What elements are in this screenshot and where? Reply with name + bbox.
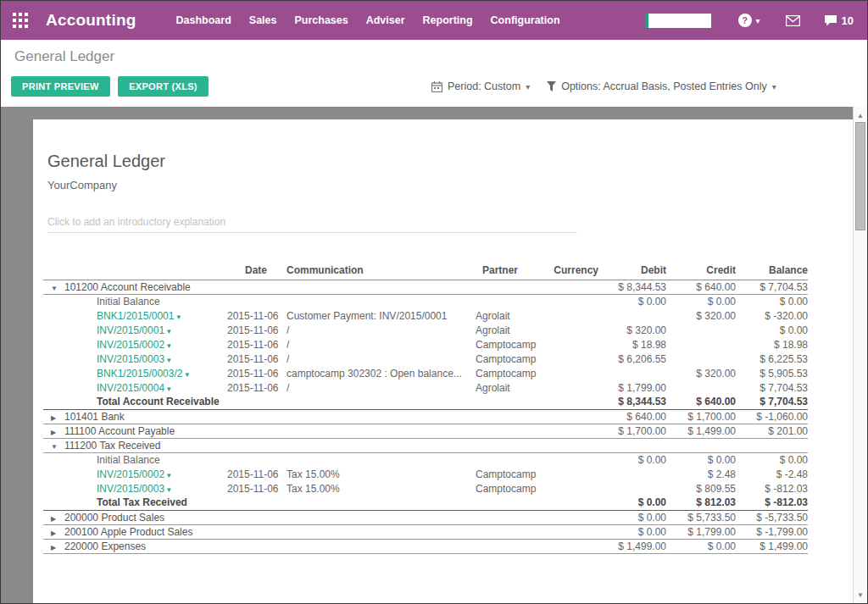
- label-cell: ▶220000 Expenses: [43, 539, 225, 553]
- scroll-up-icon[interactable]: ▲: [854, 108, 867, 122]
- partner-cell: [471, 496, 548, 510]
- journal-entry-link[interactable]: INV/2015/0002▾: [97, 468, 171, 480]
- balance-cell: $ 5,905.53: [736, 366, 808, 380]
- journal-entry-link[interactable]: INV/2015/0004▾: [97, 382, 171, 394]
- chevron-down-icon[interactable]: ▾: [167, 327, 171, 335]
- collapse-toggle-icon[interactable]: ▼: [51, 285, 64, 292]
- top-nav: Accounting Dashboard Sales Purchases Adv…: [1, 1, 867, 40]
- partner-cell: [471, 424, 548, 438]
- print-preview-button[interactable]: PRINT PREVIEW: [11, 76, 110, 97]
- journal-entry-link[interactable]: INV/2015/0002▾: [97, 339, 171, 351]
- balance-cell: $ 0.00: [736, 323, 808, 337]
- account-label: 101401 Bank: [64, 411, 125, 423]
- partner-cell: [471, 395, 548, 409]
- currency-cell: [548, 524, 598, 539]
- chevron-down-icon[interactable]: ▾: [167, 471, 171, 479]
- expand-toggle-icon[interactable]: ▶: [51, 544, 64, 551]
- discuss-menu[interactable]: 10: [824, 14, 854, 27]
- debit-cell: $ 0.00: [598, 510, 666, 524]
- account-row: ▼111200 Tax Received: [43, 438, 808, 452]
- account-row: ▼101200 Account Receivable$ 8,344.53$ 64…: [43, 280, 808, 294]
- period-filter[interactable]: Period: Custom ▾: [431, 80, 530, 92]
- journal-entry-link[interactable]: BNK1/2015/0003/2▾: [97, 368, 189, 380]
- chevron-down-icon[interactable]: ▾: [167, 485, 171, 494]
- move-row: INV/2015/0001▾2015-11-06/Agrolait$ 320.0…: [43, 323, 808, 337]
- chevron-down-icon[interactable]: ▾: [167, 356, 171, 364]
- communication-cell: [287, 395, 471, 409]
- journal-entry-link[interactable]: BNK1/2015/0001▾: [97, 310, 181, 322]
- initial-balance-label: Initial Balance: [97, 454, 160, 466]
- currency-cell: [548, 438, 598, 452]
- currency-cell: [548, 452, 598, 467]
- journal-entry-link[interactable]: INV/2015/0003▾: [97, 483, 171, 495]
- help-icon[interactable]: ?: [738, 14, 752, 27]
- report-company: YourCompany: [47, 179, 854, 191]
- menu-item-configuration[interactable]: Configuration: [491, 14, 560, 26]
- label-cell: INV/2015/0001▾: [43, 323, 225, 337]
- menu-item-purchases[interactable]: Purchases: [294, 14, 348, 26]
- label-cell: INV/2015/0003▾: [43, 481, 225, 496]
- collapse-toggle-icon[interactable]: ▼: [51, 443, 64, 451]
- partner-cell: [471, 280, 548, 294]
- credit-cell: [666, 380, 736, 395]
- label-cell: ▼101200 Account Receivable: [43, 280, 225, 294]
- menu-item-dashboard[interactable]: Dashboard: [176, 14, 231, 26]
- currency-cell: [548, 539, 598, 553]
- menu-item-reporting[interactable]: Reporting: [423, 14, 473, 26]
- user-menu[interactable]: [645, 14, 711, 28]
- report-filters: Period: Custom ▾ Options: Accrual Basis,…: [431, 80, 776, 92]
- intro-placeholder-input[interactable]: Click to add an introductory explanation: [47, 216, 577, 233]
- menu-item-sales[interactable]: Sales: [249, 14, 277, 26]
- date-cell: [225, 409, 287, 424]
- options-filter[interactable]: Options: Accrual Basis, Posted Entries O…: [547, 80, 776, 92]
- chevron-down-icon[interactable]: ▾: [167, 385, 171, 393]
- vertical-scrollbar[interactable]: ▲ ▼: [853, 107, 867, 603]
- label-cell: INV/2015/0004▾: [43, 380, 225, 395]
- apps-grid-icon[interactable]: [13, 13, 28, 28]
- filter-funnel-icon: [547, 81, 556, 91]
- options-filter-label: Options: Accrual Basis, Posted Entries O…: [561, 80, 766, 92]
- debit-cell: $ 1,700.00: [598, 424, 666, 438]
- debit-cell: $ 1,499.00: [598, 539, 666, 553]
- messages-icon[interactable]: [786, 15, 800, 26]
- balance-cell: $ -2.48: [736, 467, 808, 481]
- partner-cell: [471, 438, 548, 452]
- initial-row: Initial Balance$ 0.00$ 0.00$ 0.00: [43, 294, 808, 308]
- date-cell: 2015-11-06: [225, 323, 287, 337]
- account-label: 111100 Account Payable: [64, 425, 175, 437]
- journal-entry-link[interactable]: INV/2015/0001▾: [97, 324, 171, 336]
- chevron-down-icon[interactable]: ▾: [185, 370, 189, 379]
- scrollbar-thumb[interactable]: [855, 122, 865, 230]
- initial-balance-label: Initial Balance: [97, 296, 160, 308]
- column-header-credit: Credit: [666, 261, 736, 280]
- chevron-down-icon[interactable]: ▾: [167, 341, 171, 350]
- label-cell: INV/2015/0002▾: [43, 467, 225, 481]
- credit-cell: $ 0.00: [666, 294, 736, 308]
- currency-cell: [548, 280, 598, 294]
- ledger-table-body: ▼101200 Account Receivable$ 8,344.53$ 64…: [43, 280, 808, 553]
- partner-cell: [471, 539, 548, 553]
- column-header-partner: Partner: [471, 261, 548, 280]
- journal-entry-link[interactable]: INV/2015/0003▾: [97, 353, 171, 365]
- expand-toggle-icon[interactable]: ▶: [51, 529, 64, 537]
- currency-cell: [548, 380, 598, 395]
- communication-cell: [287, 424, 471, 438]
- label-cell: INV/2015/0002▾: [43, 337, 225, 352]
- export-xls-button[interactable]: EXPORT (XLS): [118, 76, 209, 97]
- currency-cell: [548, 481, 598, 496]
- partner-cell: [471, 510, 548, 524]
- account-label: 220000 Expenses: [64, 540, 146, 552]
- total-label: Total Tax Received: [97, 496, 187, 508]
- app-brand[interactable]: Accounting: [46, 11, 136, 30]
- expand-toggle-icon[interactable]: ▶: [51, 429, 64, 436]
- chevron-down-icon[interactable]: ▾: [176, 313, 181, 321]
- date-cell: [225, 395, 287, 409]
- help-menu[interactable]: ? ▾: [738, 14, 760, 27]
- debit-cell: $ 640.00: [598, 409, 666, 424]
- expand-toggle-icon[interactable]: ▶: [51, 414, 64, 422]
- scroll-down-icon[interactable]: ▼: [854, 588, 867, 601]
- menu-item-adviser[interactable]: Adviser: [366, 14, 405, 26]
- expand-toggle-icon[interactable]: ▶: [51, 515, 64, 523]
- account-label: 200000 Product Sales: [64, 512, 164, 524]
- partner-cell: Agrolait: [471, 308, 548, 323]
